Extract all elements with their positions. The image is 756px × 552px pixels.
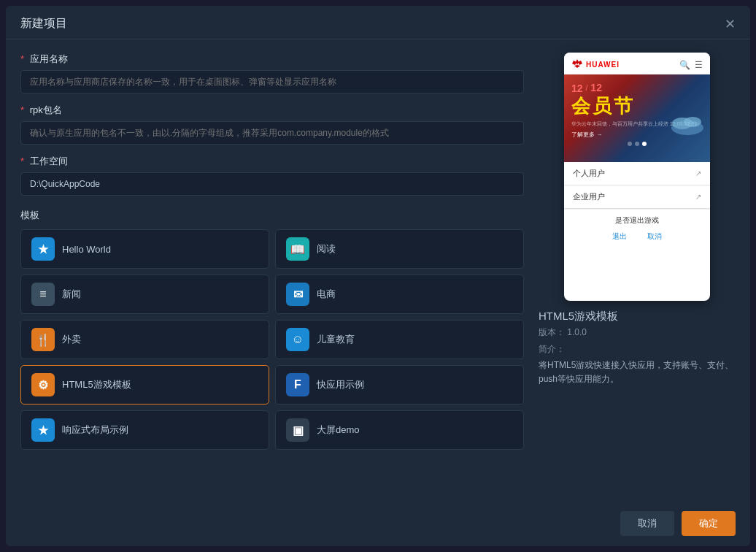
preview-info-version: 版本： 1.0.0	[539, 326, 736, 339]
template-name-html5-game: HTML5游戏模板	[62, 378, 131, 391]
template-icon-kids-edu: ☺	[286, 328, 309, 351]
template-name-large-screen: 大屏demo	[317, 423, 360, 437]
app-name-input[interactable]	[20, 70, 524, 93]
rpk-name-label: * rpk包名	[20, 104, 524, 117]
dot-1	[628, 142, 632, 146]
template-icon-quick-app-demo: F	[286, 373, 309, 396]
confirm-button[interactable]: 确定	[682, 511, 736, 536]
template-name-responsive-layout: 响应式布局示例	[62, 423, 128, 437]
rpk-name-required-mark: *	[20, 104, 24, 115]
template-name-quick-app-demo: 快应用示例	[317, 378, 364, 391]
preview-info-desc: 将HTML5游戏快速接入快应用，支持账号、支付、push等快应用能力。	[539, 359, 736, 386]
template-section-label: 模板	[20, 209, 524, 222]
preview-info-desc-label: 简介：	[539, 343, 736, 356]
template-item-news[interactable]: ≡ 新闻	[20, 275, 269, 314]
phone-dialog-exit-btn[interactable]: 退出	[605, 230, 634, 243]
template-grid: ★ Hello World 📖 阅读 ≡ 新闻 ✉ 电商 🍴 外卖	[20, 229, 524, 450]
template-item-takeout[interactable]: 🍴 外卖	[20, 320, 269, 359]
template-icon-takeout: 🍴	[31, 328, 55, 351]
huawei-logo: HUAWEI	[571, 58, 620, 71]
template-name-kids-edu: 儿童教育	[317, 333, 355, 346]
dialog-body: * 应用名称 * rpk包名 * 工作空间	[6, 39, 750, 501]
phone-menu-item-personal: 个人用户 ↗	[564, 162, 710, 185]
preview-info: HTML5游戏模板 版本： 1.0.0 简介： 将HTML5游戏快速接入快应用，…	[539, 310, 736, 386]
phone-menu-item-enterprise: 企业用户 ↗	[564, 185, 710, 209]
phone-menu: 个人用户 ↗ 企业用户 ↗	[564, 162, 710, 209]
phone-header: HUAWEI 🔍 ☰	[564, 53, 710, 74]
template-name-takeout: 外卖	[62, 333, 81, 346]
phone-banner: 12 / 12 会员节 华为云年末回馈，与百万用户共享云上经济 12.09-12…	[564, 74, 710, 162]
rpk-name-field-group: * rpk包名	[20, 104, 524, 145]
template-icon-reading: 📖	[286, 237, 309, 261]
left-panel: * 应用名称 * rpk包名 * 工作空间	[20, 53, 524, 501]
template-item-hello-world[interactable]: ★ Hello World	[20, 229, 269, 269]
app-name-field-group: * 应用名称	[20, 53, 524, 93]
template-name-reading: 阅读	[317, 242, 336, 256]
app-name-required-mark: *	[20, 53, 24, 64]
template-item-ecommerce[interactable]: ✉ 电商	[275, 275, 524, 314]
phone-dialog-cancel-btn[interactable]: 取消	[640, 230, 669, 243]
template-icon-html5-game: ⚙	[31, 373, 55, 396]
template-name-hello-world: Hello World	[62, 244, 111, 255]
dot-3	[642, 142, 647, 146]
template-icon-news: ≡	[31, 283, 55, 306]
template-icon-ecommerce: ✉	[286, 283, 309, 306]
template-name-news: 新闻	[62, 288, 81, 301]
workspace-field-group: * 工作空间	[20, 155, 524, 196]
template-icon-hello-world: ★	[31, 237, 55, 261]
preview-info-name: HTML5游戏模板	[539, 310, 736, 323]
dialog-footer: 取消 确定	[6, 501, 750, 546]
search-icon: 🔍	[679, 60, 690, 70]
preview-phone: HUAWEI 🔍 ☰ 12 / 12 会员节	[564, 53, 710, 301]
dialog-header: 新建项目 ✕	[6, 6, 750, 39]
huawei-logo-text: HUAWEI	[586, 61, 620, 69]
banner-date: 12	[571, 83, 583, 93]
template-icon-responsive-layout: ★	[31, 418, 55, 442]
menu-icon: ☰	[695, 60, 703, 70]
right-panel: HUAWEI 🔍 ☰ 12 / 12 会员节	[539, 53, 736, 501]
svg-point-2	[684, 117, 701, 127]
banner-dots	[571, 142, 703, 146]
dot-2	[635, 142, 639, 146]
workspace-required-mark: *	[20, 156, 24, 166]
huawei-logo-icon	[571, 58, 583, 71]
phone-dialog-buttons: 退出 取消	[573, 230, 701, 243]
new-project-dialog: 新建项目 ✕ * 应用名称 * rpk包名	[6, 6, 750, 546]
close-button[interactable]: ✕	[725, 18, 736, 31]
template-item-html5-game[interactable]: ⚙ HTML5游戏模板	[20, 365, 269, 405]
template-item-large-screen[interactable]: ▣ 大屏demo	[275, 410, 524, 450]
template-name-ecommerce: 电商	[317, 288, 336, 301]
template-item-reading[interactable]: 📖 阅读	[275, 229, 524, 269]
cancel-button[interactable]: 取消	[620, 511, 674, 536]
personal-ext-icon: ↗	[695, 169, 701, 177]
template-item-responsive-layout[interactable]: ★ 响应式布局示例	[20, 410, 269, 450]
template-item-kids-edu[interactable]: ☺ 儿童教育	[275, 320, 524, 359]
template-icon-large-screen: ▣	[286, 418, 309, 442]
phone-dialog-title: 是否退出游戏	[573, 215, 701, 226]
workspace-input[interactable]	[20, 172, 524, 196]
rpk-name-input[interactable]	[20, 121, 524, 145]
workspace-label: * 工作空间	[20, 155, 524, 168]
template-item-quick-app-demo[interactable]: F 快应用示例	[275, 365, 524, 405]
dialog-title: 新建项目	[20, 16, 67, 31]
enterprise-ext-icon: ↗	[695, 193, 701, 201]
phone-header-icons: 🔍 ☰	[679, 60, 703, 70]
app-name-label: * 应用名称	[20, 53, 524, 66]
phone-dialog-overlay: 是否退出游戏 退出 取消	[564, 209, 710, 249]
